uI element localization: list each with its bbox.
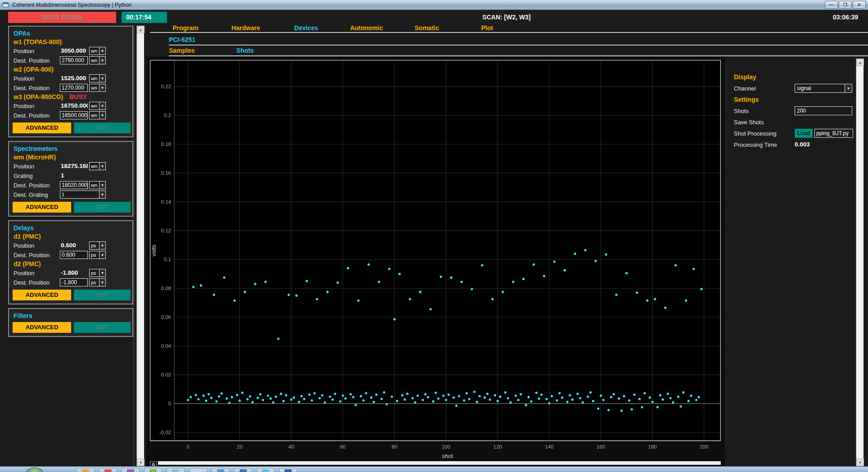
- plot-hscrollbar[interactable]: [158, 461, 721, 465]
- chevron-down-icon[interactable]: ▼: [99, 182, 105, 189]
- scroll-up-icon[interactable]: ▲: [856, 59, 864, 66]
- unit-select[interactable]: wn▼: [89, 162, 106, 170]
- unit-select[interactable]: ps▼: [89, 241, 106, 250]
- window-titlebar[interactable]: Coherent Multidimensional Spectroscopy |…: [0, 0, 868, 10]
- chevron-down-icon[interactable]: ▼: [99, 57, 105, 64]
- dest-position-input[interactable]: 16500.000: [60, 111, 88, 119]
- menu-item-autonomic[interactable]: Autonomic: [336, 24, 397, 32]
- unit-select[interactable]: wn▼: [89, 47, 106, 55]
- unit-select[interactable]: ps▼: [89, 251, 106, 259]
- tab-samples[interactable]: Samples: [169, 47, 195, 54]
- advanced-button[interactable]: ADVANCED: [13, 123, 71, 133]
- advanced-button[interactable]: ADVANCED: [13, 290, 71, 300]
- field-label: Dest. Position: [14, 182, 50, 189]
- unit-select[interactable]: wn▼: [89, 56, 106, 64]
- unit-select[interactable]: wn▼: [89, 74, 106, 82]
- plot-canvas[interactable]: [150, 60, 721, 441]
- section-title: OPAs: [14, 30, 132, 37]
- close-button[interactable]: ✕: [853, 1, 866, 9]
- menu-item-hardware[interactable]: Hardware: [216, 24, 276, 32]
- taskbar-icon[interactable]: [122, 468, 140, 472]
- shots-input[interactable]: 200: [795, 106, 852, 115]
- unit-select[interactable]: ps▼: [89, 278, 106, 286]
- field-row: Position3050.000wn▼: [9, 46, 132, 56]
- data-point: [295, 295, 298, 297]
- data-point: [685, 300, 687, 302]
- chevron-down-icon[interactable]: ▼: [99, 242, 105, 249]
- dest-grating-select[interactable]: 1▼: [60, 191, 106, 199]
- set-button[interactable]: SET: [74, 290, 131, 300]
- dest-position-input[interactable]: 1270.000: [60, 84, 88, 92]
- data-point: [592, 400, 594, 402]
- load-button[interactable]: Load: [795, 129, 813, 138]
- dest-position-input[interactable]: 0.600: [60, 251, 88, 259]
- unit-select[interactable]: wn▼: [89, 181, 106, 189]
- channel-select[interactable]: signal▼: [795, 84, 852, 93]
- tab-shots[interactable]: Shots: [236, 47, 254, 54]
- taskbar-icon[interactable]: [212, 468, 230, 472]
- data-point: [370, 396, 372, 399]
- advanced-button[interactable]: ADVANCED: [13, 322, 71, 333]
- scroll-down-icon[interactable]: ▼: [137, 458, 145, 466]
- set-button[interactable]: SET: [74, 202, 131, 213]
- unit-value: wn: [90, 163, 99, 170]
- scroll-up-icon[interactable]: ▲: [137, 26, 145, 33]
- dest-position-input[interactable]: 2790.000: [60, 56, 88, 64]
- data-point: [654, 298, 656, 300]
- chevron-down-icon[interactable]: ▼: [99, 75, 105, 82]
- sidebar-scrollbar[interactable]: ▲ ▼: [136, 26, 144, 466]
- menu-item-plot[interactable]: Plot: [457, 24, 517, 32]
- taskbar-icon[interactable]: [99, 468, 117, 472]
- taskbar-icon[interactable]: [189, 468, 207, 472]
- taskbar-icon[interactable]: [234, 468, 252, 472]
- unit-select[interactable]: ps▼: [89, 269, 106, 277]
- chevron-down-icon[interactable]: ▼: [99, 191, 105, 198]
- chevron-down-icon[interactable]: ▼: [99, 279, 105, 286]
- scatter-plot[interactable]: -0.0200.020.040.060.080.10.120.140.160.1…: [150, 60, 721, 462]
- data-point: [522, 278, 524, 280]
- advanced-button[interactable]: ADVANCED: [13, 202, 71, 213]
- menu-item-program[interactable]: Program: [155, 24, 216, 32]
- chevron-down-icon[interactable]: ▼: [99, 269, 105, 277]
- data-point: [700, 288, 702, 290]
- data-point: [452, 396, 455, 399]
- dest-position-input[interactable]: 18020.000: [60, 181, 88, 189]
- chevron-down-icon[interactable]: ▼: [99, 47, 105, 54]
- scroll-down-icon[interactable]: ▼: [856, 458, 864, 466]
- taskbar-icon[interactable]: [77, 468, 95, 472]
- chevron-down-icon[interactable]: ▼: [845, 84, 852, 92]
- taskbar-icon[interactable]: [257, 468, 275, 472]
- taskbar-icon[interactable]: [279, 468, 297, 472]
- chevron-down-icon[interactable]: ▼: [99, 102, 105, 109]
- menu-item-somatic[interactable]: Somatic: [397, 24, 457, 32]
- tab-pci-6251[interactable]: PCI-6251: [169, 36, 195, 43]
- windows-taskbar[interactable]: [0, 466, 868, 472]
- chevron-down-icon[interactable]: ▼: [99, 112, 105, 119]
- taskbar-icon[interactable]: [167, 468, 185, 472]
- data-point: [419, 291, 421, 293]
- unit-select[interactable]: wn▼: [89, 84, 106, 92]
- shutdown-button[interactable]: SHUT DOWN: [8, 12, 116, 23]
- chevron-down-icon[interactable]: ▼: [99, 84, 105, 91]
- set-button[interactable]: SET: [74, 123, 131, 133]
- dest-position-input[interactable]: -1.800: [60, 278, 88, 286]
- set-button[interactable]: SET: [74, 322, 131, 333]
- data-point: [473, 390, 475, 393]
- restore-button[interactable]: ❐: [839, 1, 852, 9]
- unit-select[interactable]: wn▼: [89, 102, 106, 110]
- group-title: d2 (PMC): [14, 260, 132, 268]
- processing-file-input[interactable]: pping_BJT.py: [814, 129, 853, 138]
- minimize-button[interactable]: —: [825, 1, 838, 9]
- unit-select[interactable]: wn▼: [89, 111, 106, 119]
- chevron-down-icon[interactable]: ▼: [99, 251, 105, 259]
- inspector-scrollbar[interactable]: ▲ ▼: [856, 59, 863, 466]
- chevron-down-icon[interactable]: ▼: [99, 163, 105, 170]
- data-point: [277, 338, 280, 340]
- group-title: w3 (OPA-800CG)BUSY: [14, 93, 132, 101]
- start-button[interactable]: [26, 467, 43, 472]
- taskbar-icon[interactable]: [144, 468, 162, 472]
- data-point: [406, 393, 408, 395]
- data-point: [246, 398, 249, 400]
- data-point: [669, 397, 672, 399]
- menu-item-devices[interactable]: Devices: [276, 24, 336, 32]
